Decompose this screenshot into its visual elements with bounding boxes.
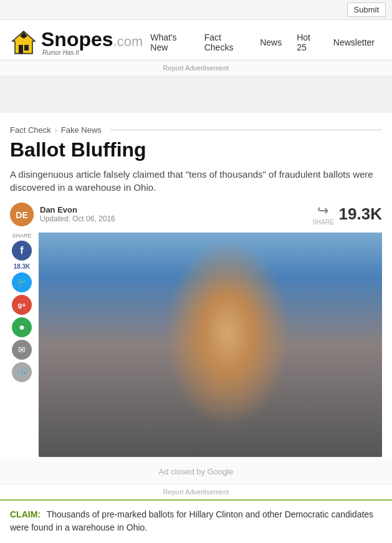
author-details: Dan Evon Updated: Oct 06, 2016: [40, 205, 115, 223]
top-bar: Submit: [0, 0, 392, 20]
share-label: SHARE: [312, 219, 333, 226]
svg-point-35: [59, 292, 64, 297]
svg-point-18: [46, 246, 51, 251]
ad-placeholder: [0, 75, 392, 113]
submit-button[interactable]: Submit: [347, 2, 386, 17]
svg-point-52: [96, 339, 101, 344]
svg-rect-12: [39, 357, 382, 382]
facebook-share-button[interactable]: f: [12, 241, 32, 261]
article-image-container: [39, 233, 382, 457]
svg-point-42: [96, 308, 101, 313]
snopes-logo-icon: [10, 29, 37, 56]
breadcrumb-fake-news[interactable]: Fake News: [61, 125, 102, 135]
svg-rect-9: [192, 233, 383, 257]
social-sidebar: SHARE f 18.3K 🐦 g+ ● ✉ 🔗: [10, 233, 34, 457]
svg-point-30: [71, 277, 76, 282]
author-avatar: DE: [10, 203, 34, 226]
svg-point-41: [71, 308, 76, 313]
svg-point-46: [84, 324, 88, 329]
svg-rect-14: [192, 257, 383, 282]
svg-point-21: [121, 246, 126, 251]
svg-point-45: [59, 324, 64, 329]
svg-point-56: [192, 261, 254, 329]
svg-point-43: [121, 308, 126, 313]
googleplus-share-button[interactable]: g+: [12, 295, 32, 315]
svg-point-31: [96, 277, 101, 282]
svg-point-51: [71, 339, 76, 344]
svg-point-50: [46, 339, 51, 344]
svg-point-39: [158, 292, 163, 297]
ad-report-bar: Report Advertisement: [0, 60, 392, 75]
nav-whats-new[interactable]: What's New: [143, 25, 196, 60]
nav-newsletter[interactable]: Newsletter: [326, 30, 382, 55]
svg-point-53: [167, 254, 279, 385]
svg-rect-17: [39, 432, 382, 457]
svg-rect-2: [19, 45, 23, 54]
svg-rect-8: [39, 233, 192, 357]
article-body: SHARE f 18.3K 🐦 g+ ● ✉ 🔗: [10, 233, 382, 457]
svg-point-49: [158, 324, 163, 329]
share-count-area: ↪ SHARE 19.3K: [312, 203, 382, 226]
facebook-count: 18.3K: [14, 263, 31, 270]
svg-point-44: [146, 308, 151, 313]
breadcrumb-fact-check[interactable]: Fact Check: [10, 125, 51, 135]
ad-closed-bar: Ad closed by Google: [0, 459, 392, 484]
nav-hot-25[interactable]: Hot 25: [289, 25, 326, 60]
svg-point-58: [229, 285, 239, 292]
nav-fact-checks[interactable]: Fact Checks: [197, 25, 252, 60]
svg-point-38: [133, 292, 138, 297]
svg-point-47: [108, 324, 113, 329]
svg-point-29: [46, 277, 51, 282]
svg-rect-15: [192, 307, 383, 332]
article-main-image: [39, 233, 382, 457]
svg-point-48: [133, 324, 138, 329]
article-title: Ballot Bluffing: [10, 138, 382, 161]
report-ad-bar-2: Report Advertisement: [0, 484, 392, 499]
svg-point-37: [108, 292, 113, 297]
share-icon-box: ↪ SHARE: [312, 203, 333, 226]
svg-point-36: [84, 292, 88, 297]
svg-text:DE: DE: [16, 210, 27, 220]
claim-section: CLAIM: Thousands of pre-marked ballots f…: [0, 499, 392, 542]
svg-rect-59: [39, 233, 382, 457]
circle-icon: ●: [19, 322, 25, 333]
svg-point-55: [178, 241, 268, 293]
svg-point-40: [46, 308, 51, 313]
main-content: Fact Check › Fake News Ballot Bluffing A…: [0, 119, 392, 457]
author-date: Updated: Oct 06, 2016: [40, 214, 115, 223]
author-name: Dan Evon: [40, 205, 115, 214]
twitter-share-button[interactable]: 🐦: [12, 272, 32, 292]
svg-rect-10: [192, 282, 383, 307]
chain-icon: 🔗: [17, 367, 27, 377]
share-arrow-icon: ↪: [317, 203, 328, 219]
svg-point-34: [171, 277, 176, 282]
svg-point-28: [158, 261, 163, 266]
svg-point-26: [108, 261, 113, 266]
mail-share-button[interactable]: ✉: [12, 340, 32, 360]
main-nav: What's New Fact Checks News Hot 25 Newsl…: [143, 25, 382, 60]
breadcrumb: Fact Check › Fake News: [10, 119, 382, 135]
svg-point-33: [146, 277, 151, 282]
logo-area: Snopes.com Rumor Has It: [10, 29, 143, 56]
twitter-icon: 🐦: [17, 277, 27, 287]
author-info: DE Dan Evon Updated: Oct 06, 2016: [10, 203, 115, 226]
mail-icon: ✉: [18, 345, 26, 355]
svg-point-54: [179, 245, 267, 332]
email-share-button[interactable]: ●: [12, 317, 32, 337]
svg-point-57: [208, 285, 218, 292]
chain-share-button[interactable]: 🔗: [12, 362, 32, 382]
svg-rect-3: [24, 45, 29, 50]
svg-point-23: [171, 246, 176, 251]
nav-news[interactable]: News: [252, 30, 289, 55]
svg-rect-16: [39, 382, 382, 407]
svg-point-20: [96, 246, 101, 251]
svg-rect-7: [39, 233, 382, 457]
claim-label: CLAIM:: [10, 509, 41, 519]
share-number: 19.3K: [339, 204, 382, 224]
svg-point-27: [133, 261, 138, 266]
sidebar-share-label: SHARE: [12, 233, 31, 239]
svg-point-25: [84, 261, 88, 266]
facebook-icon: f: [20, 245, 23, 256]
googleplus-icon: g+: [17, 301, 26, 309]
breadcrumb-separator: ›: [55, 126, 57, 135]
